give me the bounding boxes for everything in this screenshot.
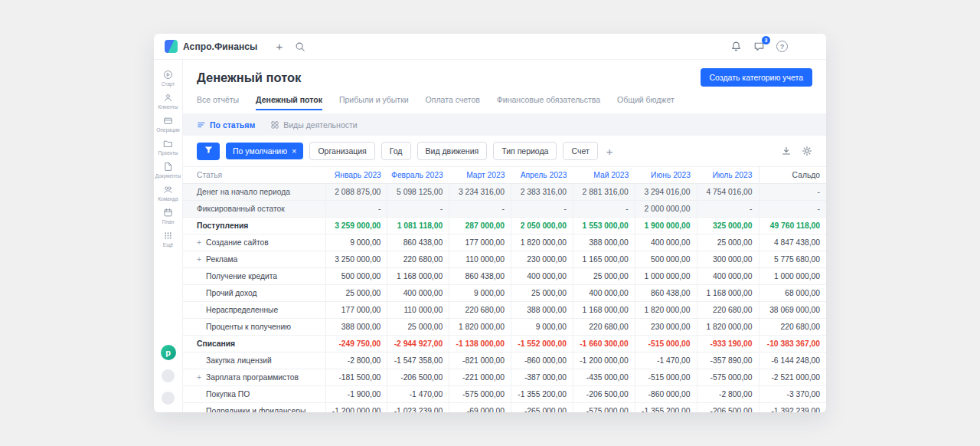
column-header-month[interactable]: Январь 2023 <box>325 167 387 184</box>
plan-icon <box>163 208 173 218</box>
app-switcher-icon[interactable] <box>162 369 175 382</box>
gear-icon[interactable] <box>802 146 812 156</box>
notifications-bell-icon[interactable] <box>730 41 742 52</box>
value-cell: - <box>511 201 573 218</box>
row-label: Списания <box>183 336 325 353</box>
user-avatar[interactable] <box>799 38 815 54</box>
sidebar-item-operations[interactable]: Операции <box>154 116 182 133</box>
tab-all-reports[interactable]: Все отчёты <box>197 95 239 110</box>
filter-chip-default[interactable]: По умолчанию × <box>226 143 303 159</box>
report-tabs: Все отчётыДенежный потокПрибыли и убытки… <box>183 87 826 110</box>
value-cell: - <box>759 201 826 218</box>
filter-period-type[interactable]: Тип периода <box>493 142 557 160</box>
tab-budget[interactable]: Общий бюджет <box>617 95 675 110</box>
value-cell: 1 820 000,00 <box>635 302 697 319</box>
main-content: Денежный поток Создать категорию учета В… <box>183 60 826 412</box>
download-icon[interactable] <box>781 146 792 156</box>
row-label: Фиксированный остаток <box>183 201 325 218</box>
create-category-button[interactable]: Создать категорию учета <box>701 68 812 87</box>
sidebar-item-more[interactable]: Ещё <box>154 231 182 248</box>
sidebar-item-label: Проекты <box>158 150 178 156</box>
app-logo-icon <box>165 40 178 53</box>
search-icon[interactable] <box>295 41 305 52</box>
filter-organization[interactable]: Организация <box>309 142 374 160</box>
expand-icon[interactable]: + <box>197 238 206 247</box>
tab-payments[interactable]: Оплата счетов <box>426 95 480 110</box>
tab-cashflow[interactable]: Денежный поток <box>256 95 322 110</box>
sidebar-item-start[interactable]: Старт <box>154 70 182 87</box>
sidebar-item-clients[interactable]: Клиенты <box>154 93 182 110</box>
app-window: Аспро.Финансы + 3 ? СтартКлиентыОперации… <box>154 34 826 412</box>
value-cell: 3 234 316,00 <box>449 184 511 201</box>
brand[interactable]: Аспро.Финансы <box>165 40 257 53</box>
value-cell: 388 000,00 <box>573 234 635 251</box>
value-cell: 25 000,00 <box>511 285 573 302</box>
column-header-month[interactable]: Июль 2023 <box>697 167 759 184</box>
row-label: +Реклама <box>183 251 325 268</box>
value-cell: -206 500,00 <box>573 386 635 403</box>
value-cell: 860 438,00 <box>387 234 449 251</box>
sidebar-item-team[interactable]: Команда <box>154 185 182 202</box>
table-row: Покупка ПО-1 900,00-1 470,00-575 000,00-… <box>183 386 826 403</box>
column-header-month[interactable]: Февраль 2023 <box>387 167 449 184</box>
chat-icon[interactable]: 3 <box>753 41 765 52</box>
row-label: Получение кредита <box>183 268 325 285</box>
value-cell: 1 000 000,00 <box>635 268 697 285</box>
value-cell: -249 750,00 <box>325 336 387 353</box>
table-row: Прочий доход25 000,00400 000,009 000,002… <box>183 285 826 302</box>
add-filter-button[interactable]: + <box>606 146 613 157</box>
filter-year[interactable]: Год <box>381 142 411 160</box>
value-cell: 25 000,00 <box>573 268 635 285</box>
table-row: Подрядчики и фрилансеры-1 200 000,00-1 0… <box>183 403 826 413</box>
sidebar-item-label: Документы <box>155 173 181 179</box>
value-cell: 5 098 125,00 <box>387 184 449 201</box>
team-icon <box>163 185 173 195</box>
expand-icon[interactable]: + <box>197 373 206 382</box>
column-header-month[interactable]: Март 2023 <box>449 167 511 184</box>
view-switcher: По статьямВиды деятельности <box>183 113 826 136</box>
column-header-month[interactable]: Апрель 2023 <box>511 167 573 184</box>
value-cell: -206 500,00 <box>387 369 449 386</box>
value-cell: 1 168 000,00 <box>573 302 635 319</box>
value-cell: 1 165 000,00 <box>573 251 635 268</box>
funnel-icon <box>204 145 214 157</box>
tab-pnl[interactable]: Прибыли и убытки <box>339 95 409 110</box>
filter-movement-type[interactable]: Вид движения <box>417 142 488 160</box>
table-row: Поступления3 259 000,001 081 118,00287 0… <box>183 218 826 234</box>
value-cell: 400 000,00 <box>697 268 759 285</box>
expand-icon[interactable]: + <box>197 255 206 264</box>
value-cell: -933 190,00 <box>697 336 759 353</box>
value-cell: -860 000,00 <box>635 386 697 403</box>
sidebar-item-label: Операции <box>156 127 179 133</box>
subtab-by-articles[interactable]: По статьям <box>197 120 255 130</box>
brand-name: Аспро.Финансы <box>183 41 257 52</box>
help-icon[interactable]: ? <box>776 41 788 52</box>
value-cell: -1 200 000,00 <box>573 353 635 369</box>
aspro-cloud-logo-icon[interactable]: p <box>161 345 176 360</box>
quick-add-button[interactable]: + <box>276 41 283 52</box>
value-cell: -3 370,00 <box>759 386 826 403</box>
sidebar-item-projects[interactable]: Проекты <box>154 139 182 156</box>
value-cell: 300 000,00 <box>697 251 759 268</box>
value-cell: 1 820 000,00 <box>449 319 511 336</box>
table-row: +Реклама3 250 000,00220 680,00110 000,00… <box>183 251 826 268</box>
value-cell: 500 000,00 <box>325 268 387 285</box>
chip-close-icon[interactable]: × <box>292 147 296 156</box>
subtab-by-activity[interactable]: Виды деятельности <box>270 120 357 130</box>
app-switcher-icon[interactable] <box>162 392 175 405</box>
table-row: Списания-249 750,00-2 944 927,00-1 138 0… <box>183 336 826 353</box>
sidebar-item-documents[interactable]: Документы <box>154 162 182 179</box>
column-header-month[interactable]: Июнь 2023 <box>635 167 697 184</box>
filter-account[interactable]: Счет <box>563 142 597 160</box>
filter-button[interactable] <box>197 143 220 160</box>
tab-liabilities[interactable]: Финансовые обязательства <box>497 95 600 110</box>
app-body: СтартКлиентыОперацииПроектыДокументыКома… <box>154 60 826 412</box>
value-cell: 1 168 000,00 <box>387 268 449 285</box>
value-cell: 68 000,00 <box>759 285 826 302</box>
row-label-text: Денег на начало периода <box>197 188 290 196</box>
value-cell: 400 000,00 <box>511 268 573 285</box>
value-cell: 1 553 000,00 <box>573 218 635 234</box>
sidebar-item-plan[interactable]: План <box>154 208 182 225</box>
value-cell: 400 000,00 <box>573 285 635 302</box>
column-header-month[interactable]: Май 2023 <box>573 167 635 184</box>
